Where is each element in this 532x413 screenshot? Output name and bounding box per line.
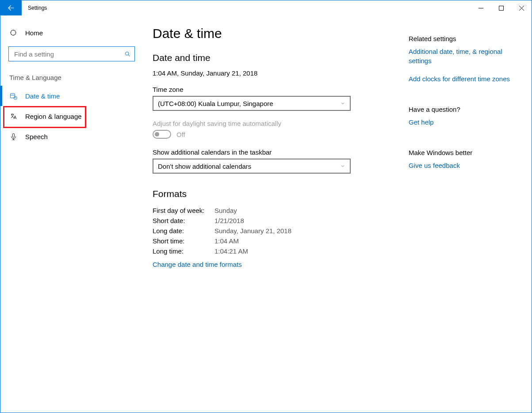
rail-help: Have a question? Get help [409,106,524,129]
link-add-clocks[interactable]: Add clocks for different time zones [409,74,510,83]
dst-toggle-row: Off [153,130,400,139]
timezone-dropdown[interactable]: (UTC+08:00) Kuala Lumpur, Singapore [153,96,351,111]
search-wrap [0,46,138,71]
link-get-help[interactable]: Get help [409,117,434,127]
format-value: 1/21/2018 [214,216,291,226]
chevron-down-icon [340,163,345,169]
table-row: Short date: 1/21/2018 [153,216,291,226]
sidebar-item-date-time[interactable]: Date & time [0,86,138,106]
timezone-label: Time zone [153,86,400,93]
calendar-clock-icon [9,92,17,100]
sidebar-item-label: Speech [25,133,48,140]
section-heading: Formats [153,189,400,199]
window-title: Settings [22,0,471,15]
format-value: Sunday [214,205,291,216]
page-title: Date & time [153,26,400,41]
maximize-button[interactable] [491,0,511,15]
extra-calendars-value: Don't show additional calendars [158,163,251,170]
section-date-time: Date and time 1:04 AM, Sunday, January 2… [153,53,400,174]
sidebar-item-speech[interactable]: Speech [0,126,138,147]
format-value: 1:04 AM [214,236,291,246]
microphone-icon [9,133,17,140]
minimize-icon [478,6,483,11]
language-icon [9,113,17,120]
settings-window: Settings Home [0,0,532,413]
sidebar-item-label: Region & language [25,113,82,120]
close-button[interactable] [511,0,532,15]
dst-label: Adjust for daylight saving time automati… [153,120,400,127]
change-formats-link[interactable]: Change date and time formats [153,261,242,268]
table-row: Short time: 1:04 AM [153,236,291,246]
maximize-icon [499,6,504,11]
right-rail: Related settings Additional date, time, … [409,26,524,413]
extra-calendars-dropdown[interactable]: Don't show additional calendars [153,159,351,174]
search-box[interactable] [8,46,135,61]
svg-point-2 [126,52,129,55]
sidebar-group-label: Time & Language [0,71,138,86]
body: Home Time & Language Date & time [0,15,532,413]
rail-heading: Make Windows better [409,149,524,156]
close-icon [519,6,524,11]
search-input[interactable] [13,50,124,58]
svg-point-1 [11,30,16,35]
search-icon [124,51,131,57]
format-key: Short time: [153,236,214,246]
back-button[interactable] [0,0,22,15]
table-row: Long time: 1:04:21 AM [153,246,291,256]
sidebar-item-label: Date & time [25,92,60,100]
minimize-button[interactable] [471,0,491,15]
window-controls [471,0,532,15]
format-value: Sunday, January 21, 2018 [214,226,291,236]
rail-heading: Have a question? [409,106,524,113]
rail-heading: Related settings [409,35,524,42]
home-button[interactable]: Home [0,25,138,40]
format-key: Short date: [153,216,214,226]
rail-related: Related settings Additional date, time, … [409,35,524,86]
toggle-knob [155,132,159,136]
dst-toggle [153,130,171,139]
main: Date & time Date and time 1:04 AM, Sunda… [138,15,532,413]
link-additional-regional-settings[interactable]: Additional date, time, & regional settin… [409,47,524,65]
timezone-value: (UTC+08:00) Kuala Lumpur, Singapore [158,100,273,107]
chevron-down-icon [340,101,345,106]
rail-feedback: Make Windows better Give us feedback [409,149,524,173]
format-key: First day of week: [153,205,214,216]
current-datetime: 1:04 AM, Sunday, January 21, 2018 [153,69,400,77]
format-key: Long date: [153,226,214,236]
svg-rect-5 [12,133,14,137]
home-icon [9,29,17,37]
section-heading: Date and time [153,53,400,63]
home-label: Home [25,29,43,37]
sidebar-item-region-language[interactable]: Region & language [0,106,138,126]
table-row: First day of week: Sunday [153,205,291,216]
format-key: Long time: [153,246,214,256]
extra-calendars-label: Show additional calendars in the taskbar [153,148,400,156]
table-row: Long date: Sunday, January 21, 2018 [153,226,291,236]
content: Date & time Date and time 1:04 AM, Sunda… [153,26,400,413]
format-value: 1:04:21 AM [214,246,291,256]
formats-table: First day of week: Sunday Short date: 1/… [153,205,291,256]
dst-state: Off [176,131,185,138]
arrow-left-icon [7,4,15,12]
section-formats: Formats First day of week: Sunday Short … [153,189,400,268]
sidebar: Home Time & Language Date & time [0,15,138,413]
link-give-feedback[interactable]: Give us feedback [409,161,460,170]
svg-rect-0 [499,6,503,10]
titlebar: Settings [0,0,532,15]
